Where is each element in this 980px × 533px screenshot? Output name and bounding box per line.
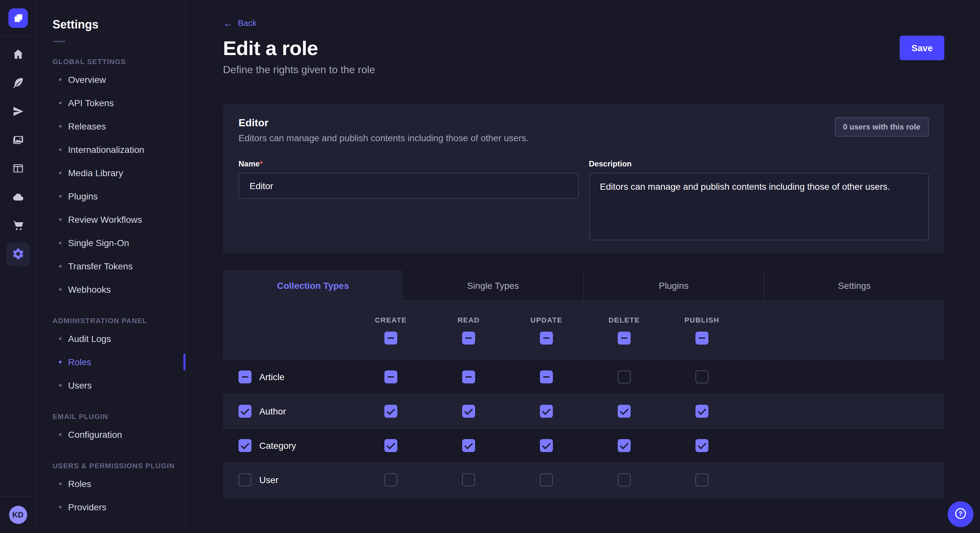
- column-checkbox-read[interactable]: [462, 332, 475, 344]
- active-indicator: [183, 354, 185, 370]
- sidebar-item-label: Users: [68, 380, 92, 390]
- checkbox-article-delete[interactable]: [618, 370, 631, 383]
- nav-item-cloud[interactable]: [6, 186, 30, 209]
- feather-icon: [11, 76, 24, 91]
- tab-settings[interactable]: Settings: [764, 270, 945, 301]
- images-icon: [11, 133, 24, 148]
- nav-item-gear[interactable]: [6, 243, 30, 266]
- tab-plugins[interactable]: Plugins: [583, 270, 764, 301]
- nav-item-layout[interactable]: [6, 157, 30, 181]
- role-description-text: Editors can manage and publish contents …: [239, 133, 929, 143]
- avatar[interactable]: KD: [9, 506, 27, 524]
- row-checkbox-category[interactable]: [239, 439, 251, 452]
- checkbox-user-read[interactable]: [462, 473, 475, 486]
- description-field-group: Description Editors can manage and publi…: [589, 157, 929, 240]
- name-input[interactable]: [239, 173, 579, 199]
- gear-icon: [11, 247, 24, 262]
- column-header-delete: DELETE: [585, 316, 663, 344]
- checkbox-category-create[interactable]: [384, 439, 397, 452]
- column-header-create: CREATE: [352, 316, 430, 344]
- checkbox-user-publish[interactable]: [695, 473, 708, 486]
- sidebar-item-users[interactable]: Users: [52, 374, 185, 397]
- nav-item-images[interactable]: [6, 129, 30, 152]
- row-label: Article: [259, 372, 285, 382]
- checkbox-article-read[interactable]: [462, 370, 475, 383]
- nav-rail: KD: [0, 0, 36, 533]
- sidebar-item-overview[interactable]: Overview: [52, 68, 185, 91]
- row-checkbox-author[interactable]: [239, 405, 251, 418]
- sidebar-item-media-library[interactable]: Media Library: [52, 161, 185, 185]
- save-button[interactable]: Save: [900, 36, 944, 60]
- checkbox-user-delete[interactable]: [618, 473, 631, 486]
- nav-item-feather[interactable]: [6, 72, 30, 95]
- checkbox-author-delete[interactable]: [618, 405, 631, 418]
- tab-collection-types[interactable]: Collection Types: [223, 270, 403, 301]
- sidebar-item-label: Providers: [68, 502, 106, 512]
- sidebar-item-review-workflows[interactable]: Review Workflows: [52, 208, 185, 231]
- column-label: DELETE: [609, 316, 640, 324]
- strapi-logo[interactable]: [8, 8, 27, 28]
- main-content: ← Back Edit a role Define the rights giv…: [187, 0, 980, 533]
- cart-icon: [11, 219, 24, 233]
- sidebar-item-label: Configuration: [68, 429, 122, 440]
- row-checkbox-article[interactable]: [239, 370, 251, 383]
- checkbox-author-create[interactable]: [384, 405, 397, 418]
- question-mark-icon: ?: [953, 506, 968, 522]
- bullet-icon: [59, 218, 62, 221]
- sidebar-item-internationalization[interactable]: Internationalization: [52, 138, 185, 161]
- sidebar-item-single-sign-on[interactable]: Single Sign-On: [52, 231, 185, 254]
- sidebar-item-label: Plugins: [68, 191, 98, 201]
- sidebar-item-releases[interactable]: Releases: [52, 115, 185, 138]
- sidebar-item-plugins[interactable]: Plugins: [52, 185, 185, 208]
- role-details-card: Editor Editors can manage and publish co…: [223, 104, 944, 253]
- checkbox-author-update[interactable]: [540, 405, 553, 418]
- checkbox-user-update[interactable]: [540, 473, 553, 486]
- checkbox-author-publish[interactable]: [695, 405, 708, 418]
- sidebar-item-audit-logs[interactable]: Audit Logs: [52, 327, 185, 351]
- nav-item-cart[interactable]: [6, 214, 30, 238]
- bullet-icon: [59, 506, 62, 508]
- checkbox-article-publish[interactable]: [695, 370, 708, 383]
- permissions-panel: CREATEREADUPDATEDELETEPUBLISH ArticleAut…: [223, 301, 944, 499]
- checkbox-category-delete[interactable]: [618, 439, 631, 452]
- cloud-icon: [11, 190, 24, 205]
- bullet-icon: [59, 125, 62, 128]
- sidebar-item-configuration[interactable]: Configuration: [52, 423, 185, 446]
- column-checkbox-delete[interactable]: [618, 332, 631, 344]
- sidebar-item-label: Overview: [68, 75, 106, 85]
- users-with-role-button[interactable]: 0 users with this role: [835, 117, 929, 136]
- checkbox-category-read[interactable]: [462, 439, 475, 452]
- column-checkbox-update[interactable]: [540, 332, 553, 344]
- checkbox-category-publish[interactable]: [695, 439, 708, 452]
- row-label: User: [259, 475, 278, 485]
- back-link[interactable]: ← Back: [223, 18, 257, 28]
- row-checkbox-user[interactable]: [239, 473, 251, 486]
- description-textarea[interactable]: Editors can manage and publish contents …: [589, 173, 929, 240]
- sidebar-item-webhooks[interactable]: Webhooks: [52, 278, 185, 301]
- sidebar-item-label: API Tokens: [68, 98, 114, 108]
- checkbox-category-update[interactable]: [540, 439, 553, 452]
- nav-item-home[interactable]: [6, 43, 30, 67]
- checkbox-article-update[interactable]: [540, 370, 553, 383]
- bullet-icon: [59, 241, 62, 244]
- tab-single-types[interactable]: Single Types: [403, 270, 583, 301]
- checkbox-user-create[interactable]: [384, 473, 397, 486]
- sidebar-item-api-tokens[interactable]: API Tokens: [52, 91, 185, 115]
- sidebar-item-transfer-tokens[interactable]: Transfer Tokens: [52, 254, 185, 278]
- column-checkbox-publish[interactable]: [695, 332, 708, 344]
- sidebar-section: EMAIL PLUGINConfiguration: [52, 412, 185, 446]
- column-checkbox-create[interactable]: [384, 332, 397, 344]
- checkbox-article-create[interactable]: [384, 370, 397, 383]
- bullet-icon: [59, 361, 62, 363]
- sidebar-item-providers[interactable]: Providers: [52, 495, 185, 519]
- sidebar-item-roles[interactable]: Roles: [52, 351, 185, 374]
- sidebar-section: GLOBAL SETTINGSOverviewAPI TokensRelease…: [52, 58, 185, 301]
- nav-item-paper-plane[interactable]: [6, 100, 30, 124]
- sidebar-item-roles[interactable]: Roles: [52, 472, 185, 495]
- checkbox-author-read[interactable]: [462, 405, 475, 418]
- sidebar-item-label: Single Sign-On: [68, 238, 129, 248]
- help-button[interactable]: ?: [948, 501, 974, 527]
- row-label: Author: [259, 406, 286, 416]
- sidebar-item-label: Audit Logs: [68, 333, 111, 344]
- column-header-update: UPDATE: [508, 316, 585, 344]
